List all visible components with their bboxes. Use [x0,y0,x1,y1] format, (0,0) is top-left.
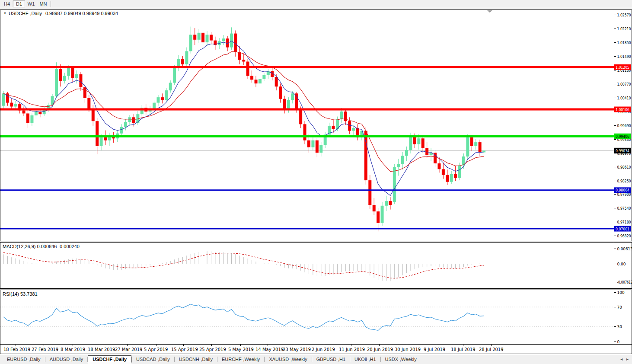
svg-text:0: 0 [617,340,620,344]
chart-tabs: EURUSD-,DailyAUDUSD-,DailyUSDCHF-,DailyU… [3,354,421,364]
svg-text:18 Feb 2019: 18 Feb 2019 [3,347,30,352]
timeframe-button-d1[interactable]: D1 [13,0,25,7]
svg-text:5 Apr 2019: 5 Apr 2019 [144,347,168,352]
svg-text:0.97001: 0.97001 [616,227,629,231]
svg-text:0.97180: 0.97180 [617,220,631,224]
svg-text:0.98004: 0.98004 [616,188,629,192]
svg-text:1.01850: 1.01850 [617,41,631,45]
timeframe-button-h4[interactable]: H4 [1,0,13,7]
svg-text:28 Jul 2019: 28 Jul 2019 [479,347,504,352]
tab-eurchf-weekly[interactable]: EURCHF-,Weekly [217,355,264,363]
tab-usdchf-daily[interactable]: USDCHF-,Daily [88,355,131,363]
macd-name: MACD(12,26,9) [3,244,35,249]
tab-ukoil-h1[interactable]: UKOil-,H1 [350,355,380,363]
svg-text:0.99690: 0.99690 [617,124,631,128]
svg-text:-0.007612: -0.007612 [617,280,632,284]
chart-canvas[interactable]: 1.025701.022101.018501.014901.011301.007… [0,0,632,364]
svg-text:18 Jul 2019: 18 Jul 2019 [451,347,476,352]
svg-text:23 May 2019: 23 May 2019 [283,347,311,352]
rsi-indicator-label: RSI(14) 53.7381 [3,291,38,297]
svg-text:0.99406: 0.99406 [616,134,629,139]
svg-text:8 Mar 2019: 8 Mar 2019 [61,347,85,352]
svg-text:30 Jun 2019: 30 Jun 2019 [395,347,421,352]
tab-usdcnh-daily[interactable]: USDCNH-,Daily [175,355,217,363]
svg-text:30: 30 [617,325,622,329]
tab-usdcad-daily[interactable]: USDCAD-,Daily [132,355,174,363]
tab-usdx-weekly[interactable]: USDX-,Weekly [381,355,421,363]
symbol-dropdown-icon[interactable]: ▼ [3,12,6,15]
svg-text:5 May 2019: 5 May 2019 [228,347,254,352]
svg-text:27 Mar 2019: 27 Mar 2019 [115,347,142,352]
rsi-name: RSI(14) [3,291,19,297]
chart-symbol-label: USDCHF-,Daily [9,11,42,16]
svg-text:1.01490: 1.01490 [617,54,631,59]
svg-text:0.98610: 0.98610 [617,165,631,169]
svg-text:0.00613: 0.00613 [617,247,632,251]
timeframe-button-mn[interactable]: MN [37,0,49,7]
tab-gbpusd-h1[interactable]: GBPUSD-,H1 [312,355,350,363]
chart-tab-bar: EURUSD-,DailyAUDUSD-,DailyUSDCHF-,DailyU… [0,354,632,364]
chart-background[interactable] [0,10,632,354]
tab-eurusd-daily[interactable]: EURUSD-,Daily [3,355,45,363]
svg-text:1.02210: 1.02210 [617,27,631,31]
macd-signal-value: -0.000240 [58,244,80,249]
rsi-value: 53.7381 [20,291,38,297]
chart-ohlc-values: 0.98987 0.99049 0.98949 0.99034 [45,11,118,16]
macd-main-value: 0.000846 [37,244,57,249]
toolbar-separator [51,1,51,7]
tab-scroll-left-icon[interactable]: ◂ [620,357,622,361]
svg-text:11 Jun 2019: 11 Jun 2019 [339,347,365,352]
svg-text:2 Jun 2019: 2 Jun 2019 [312,347,335,352]
svg-text:70: 70 [617,305,622,310]
trading-terminal-window: H4 D1 W1 MN 1.025701.022101.018501.01490… [0,0,632,364]
macd-indicator-label: MACD(12,26,9) 0.000846 -0.000240 [3,244,80,249]
svg-text:0.98250: 0.98250 [617,179,631,183]
timeframe-button-w1[interactable]: W1 [25,0,37,7]
timeframe-toolbar: H4 D1 W1 MN [0,0,632,8]
svg-text:15 Apr 2019: 15 Apr 2019 [171,347,198,352]
svg-text:14 May 2019: 14 May 2019 [255,347,284,352]
tab-scroll-right-icon[interactable]: ▸ [626,357,629,361]
svg-text:9 Jul 2019: 9 Jul 2019 [424,347,445,352]
svg-text:1.01205: 1.01205 [616,65,629,70]
chart-title: ▼USDCHF-,Daily0.98987 0.99049 0.98949 0.… [3,11,118,16]
svg-text:1.00106: 1.00106 [616,108,629,112]
tab-xauusd-weekly[interactable]: XAUUSD-,Weekly [265,355,311,363]
tab-scroll-arrows: ◂ ▸ [618,357,629,361]
svg-text:18 Mar 2019: 18 Mar 2019 [88,347,115,352]
svg-text:1.00770: 1.00770 [617,82,631,86]
svg-text:100: 100 [617,291,625,295]
svg-text:20 Jun 2019: 20 Jun 2019 [367,347,393,352]
svg-text:1.02570: 1.02570 [617,13,631,17]
panel-splitter[interactable] [0,289,632,290]
panel-splitter[interactable] [0,241,632,242]
svg-text:0.96820: 0.96820 [617,234,631,238]
svg-text:1.00410: 1.00410 [617,96,631,100]
svg-text:0.99034: 0.99034 [616,149,629,153]
svg-text:25 Apr 2019: 25 Apr 2019 [199,347,226,352]
svg-text:0.00: 0.00 [617,262,626,266]
tab-audusd-daily[interactable]: AUDUSD-,Daily [45,355,88,363]
svg-text:0.97540: 0.97540 [617,206,631,211]
svg-text:27 Feb 2019: 27 Feb 2019 [32,347,58,352]
